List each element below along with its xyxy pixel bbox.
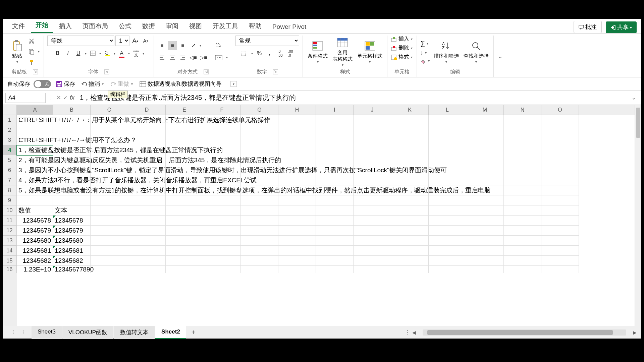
- cell[interactable]: [278, 155, 316, 165]
- cell[interactable]: 12345679: [17, 226, 53, 236]
- cell[interactable]: [504, 165, 541, 175]
- cell[interactable]: [541, 155, 579, 165]
- cell[interactable]: [128, 185, 166, 195]
- cell[interactable]: [278, 135, 316, 145]
- cell[interactable]: [166, 246, 203, 256]
- cell[interactable]: [429, 266, 466, 273]
- sheet-tab[interactable]: 数值转文本: [114, 326, 155, 339]
- row-header[interactable]: 16: [3, 266, 17, 273]
- cell[interactable]: 3，是因为不小心按到键盘"ScrollLock"键，锁定了界面滑动，导致使用该键…: [17, 165, 53, 175]
- cell[interactable]: [429, 115, 466, 125]
- autosave-toggle[interactable]: 关: [34, 80, 51, 88]
- cell[interactable]: [241, 145, 278, 155]
- row-header[interactable]: 12: [3, 226, 17, 236]
- cell[interactable]: [316, 266, 354, 273]
- decrease-font-button[interactable]: A▾: [141, 36, 150, 46]
- cell[interactable]: [241, 236, 278, 246]
- cell[interactable]: 5，如果是联想电脑或者没有方法1的按键，在计算机中打开控制面板，找到键盘选项，在…: [17, 185, 53, 195]
- cell[interactable]: [203, 115, 241, 125]
- orientation-button[interactable]: ⤢: [189, 41, 198, 50]
- cell[interactable]: [128, 236, 166, 246]
- cell[interactable]: [316, 246, 354, 256]
- cell[interactable]: [166, 216, 203, 226]
- align-middle-button[interactable]: ≡: [168, 41, 177, 50]
- collapse-ribbon-button[interactable]: ⌄: [494, 53, 507, 60]
- cell[interactable]: [128, 165, 166, 175]
- cell[interactable]: [128, 266, 166, 273]
- cell[interactable]: [541, 145, 579, 155]
- cell[interactable]: [466, 256, 504, 266]
- tab-开发工具[interactable]: 开发工具: [208, 18, 243, 33]
- row-header[interactable]: 14: [3, 246, 17, 256]
- redo-button[interactable]: 重做▾: [109, 79, 135, 88]
- cell[interactable]: [466, 226, 504, 236]
- row-header[interactable]: 15: [3, 256, 17, 266]
- cell[interactable]: [429, 205, 466, 216]
- cell[interactable]: [316, 135, 354, 145]
- copy-button[interactable]: [27, 47, 36, 56]
- cell[interactable]: 1.23E+10: [17, 266, 53, 273]
- column-header[interactable]: L: [429, 105, 466, 115]
- cell[interactable]: [17, 125, 53, 135]
- cell[interactable]: [91, 226, 128, 236]
- cell[interactable]: [91, 266, 128, 273]
- column-header[interactable]: H: [278, 105, 316, 115]
- cell[interactable]: [91, 256, 128, 266]
- cell[interactable]: 12345678: [17, 216, 53, 226]
- cell[interactable]: [429, 165, 466, 175]
- cell[interactable]: [53, 175, 91, 185]
- align-left-button[interactable]: [157, 53, 167, 62]
- fill-icon[interactable]: ↓: [420, 49, 423, 56]
- tab-帮助[interactable]: 帮助: [244, 18, 266, 33]
- column-header[interactable]: F: [203, 105, 241, 115]
- cell[interactable]: [466, 185, 504, 195]
- cell[interactable]: [128, 115, 166, 125]
- cell[interactable]: [241, 216, 278, 226]
- cell[interactable]: [466, 216, 504, 226]
- cell[interactable]: [91, 125, 128, 135]
- conditional-format-button[interactable]: 条件格式▾: [306, 39, 329, 64]
- cell[interactable]: [91, 115, 128, 125]
- cell[interactable]: [316, 205, 354, 216]
- cell[interactable]: [466, 266, 504, 273]
- cell[interactable]: [278, 145, 316, 155]
- cell[interactable]: [203, 246, 241, 256]
- cell[interactable]: [128, 256, 166, 266]
- sheet-tab[interactable]: Sheet3: [32, 326, 62, 339]
- cell[interactable]: [541, 256, 579, 266]
- cell[interactable]: 文本: [53, 205, 91, 216]
- dialog-launcher-icon[interactable]: ⇲: [204, 69, 209, 74]
- sheet-tab[interactable]: VLOOKUP函数: [62, 326, 113, 339]
- cell[interactable]: [128, 125, 166, 135]
- cell[interactable]: [504, 256, 541, 266]
- cell[interactable]: [466, 115, 504, 125]
- cell[interactable]: [128, 216, 166, 226]
- column-header[interactable]: G: [241, 105, 278, 115]
- tab-开始[interactable]: 开始: [31, 17, 53, 33]
- insert-cells-button[interactable]: 插入▾: [391, 36, 413, 43]
- qat-customize-button[interactable]: ▾: [230, 81, 237, 87]
- cell[interactable]: [316, 145, 354, 155]
- save-button[interactable]: 保存: [54, 79, 76, 88]
- cell[interactable]: [278, 115, 316, 125]
- cell[interactable]: [53, 165, 91, 175]
- cell[interactable]: [504, 246, 541, 256]
- cell[interactable]: [541, 195, 579, 205]
- font-color-button[interactable]: A: [117, 49, 126, 58]
- chevron-down-icon[interactable]: ▾: [127, 52, 130, 55]
- cell[interactable]: [429, 236, 466, 246]
- cell[interactable]: 1，检查键盘按键是否正常.后面方法2345，都是在键盘正常情况下执行的: [17, 145, 53, 155]
- cell[interactable]: [316, 236, 354, 246]
- cell[interactable]: CTRL+SHIFT+↑/↓/←/→：用于从某个单元格开始向上下左右进行扩展选择…: [17, 115, 53, 125]
- chevron-down-icon[interactable]: ▾: [99, 52, 102, 55]
- cell[interactable]: 12345680: [53, 236, 91, 246]
- cell[interactable]: [166, 135, 203, 145]
- cell[interactable]: [278, 125, 316, 135]
- cell[interactable]: [278, 246, 316, 256]
- cell[interactable]: [241, 135, 278, 145]
- cell[interactable]: [128, 195, 166, 205]
- cell[interactable]: [504, 175, 541, 185]
- format-cells-button[interactable]: 格式▾: [391, 54, 413, 61]
- cell[interactable]: [316, 125, 354, 135]
- cell[interactable]: [128, 205, 166, 216]
